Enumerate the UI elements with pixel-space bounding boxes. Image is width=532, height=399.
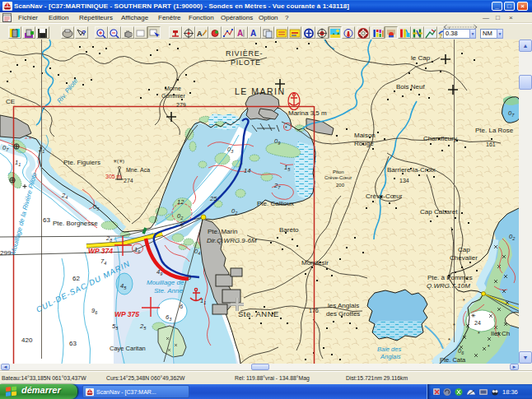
svg-text:63: 63 — [69, 340, 77, 347]
svg-text:Bois Neuf: Bois Neuf — [396, 83, 425, 90]
svg-text:A: A — [237, 29, 243, 38]
svg-text:134: 134 — [399, 178, 409, 183]
svg-text:WP 374: WP 374 — [88, 247, 113, 255]
svg-text:299: 299 — [0, 249, 12, 257]
svg-text:✳(✳): ✳(✳) — [113, 159, 124, 164]
svg-text:Cap: Cap — [458, 246, 470, 253]
svg-text:63: 63 — [43, 216, 50, 224]
svg-text:Baie des: Baie des — [377, 346, 401, 353]
svg-text:305 m: 305 m — [105, 174, 122, 179]
svg-text:Pte. La Rose: Pte. La Rose — [475, 127, 514, 134]
svg-text:Ste. Anne: Ste. Anne — [154, 287, 183, 295]
svg-text:*: * — [463, 298, 465, 304]
svg-text:Morne: Morne — [165, 86, 181, 91]
svg-text:Pte. à Pommes: Pte. à Pommes — [427, 274, 473, 281]
svg-text:Ilet Ch: Ilet Ch — [491, 330, 510, 337]
svg-text:LE MARIN: LE MARIN — [235, 86, 286, 96]
svg-text:Marina 3,5 m: Marina 3,5 m — [288, 109, 327, 117]
svg-text:PILOTE: PILOTE — [231, 58, 261, 67]
svg-text:24: 24 — [474, 320, 481, 326]
svg-text:A: A — [197, 30, 203, 38]
svg-text:12: 12 — [177, 198, 184, 206]
svg-text:Pte. Cata: Pte. Cata — [440, 356, 466, 364]
svg-text:Maison: Maison — [354, 132, 376, 139]
svg-text:420: 420 — [21, 336, 33, 344]
svg-text:Pte. Marin: Pte. Marin — [208, 228, 237, 235]
svg-text:Barriere-la-Croix: Barriere-la-Croix — [387, 166, 436, 174]
svg-text:?: ? — [439, 33, 442, 39]
svg-text:Chevalier: Chevalier — [450, 254, 478, 262]
svg-text:*: * — [453, 322, 455, 328]
svg-text:A: A — [250, 29, 256, 38]
svg-text:Mondésir: Mondésir — [301, 259, 329, 267]
svg-text:Mne. Aca: Mne. Aca — [126, 167, 150, 173]
svg-text:176: 176 — [309, 308, 319, 313]
svg-text:Piton: Piton — [333, 169, 344, 174]
svg-text:le Cap: le Cap — [411, 54, 431, 62]
svg-text:62: 62 — [72, 275, 80, 282]
svg-text:✳: ✳ — [180, 222, 184, 228]
svg-text:Anglais: Anglais — [380, 353, 401, 360]
svg-text:?: ? — [82, 29, 86, 37]
svg-text:*: * — [488, 344, 490, 350]
svg-text:25: 25 — [209, 195, 217, 202]
svg-text:279: 279 — [176, 102, 186, 108]
svg-text:Cap Cabaret: Cap Cabaret — [420, 208, 458, 216]
svg-text:Dir.Q.WRG.9-6M: Dir.Q.WRG.9-6M — [207, 237, 257, 244]
svg-text:161: 161 — [486, 142, 496, 147]
svg-text:RIVIÈRE-: RIVIÈRE- — [226, 49, 263, 58]
svg-text:Baréto: Baréto — [279, 226, 299, 234]
svg-text:Caye Caritan: Caye Caritan — [110, 345, 146, 352]
svg-text:Pte. Callioux: Pte. Callioux — [257, 200, 294, 207]
svg-text:WP 375: WP 375 — [114, 310, 139, 318]
svg-text:*: * — [448, 337, 450, 343]
svg-text:Pte. Borgnesse: Pte. Borgnesse — [53, 220, 98, 227]
svg-text:des Grottes: des Grottes — [326, 310, 360, 318]
svg-text:200: 200 — [336, 183, 345, 188]
svg-text:Chamfleury: Chamfleury — [423, 135, 457, 142]
svg-text:14: 14 — [244, 167, 250, 174]
svg-text:les Anglais: les Anglais — [328, 302, 359, 309]
svg-text:✳: ✳ — [471, 313, 476, 318]
svg-text:Crève-Cœur: Crève-Cœur — [366, 193, 403, 200]
svg-text:Rouge: Rouge — [354, 140, 374, 147]
svg-text:Ste. ANNE: Ste. ANNE — [238, 309, 279, 318]
svg-text:Crève-Cœur: Crève-Cœur — [324, 175, 352, 180]
svg-text:Q.WRG.7-10M: Q.WRG.7-10M — [427, 282, 470, 290]
svg-text:CE: CE — [6, 98, 15, 105]
svg-text:*: * — [478, 331, 480, 336]
svg-text:Pte. Figuiers: Pte. Figuiers — [63, 159, 100, 166]
svg-text:Gommier: Gommier — [161, 93, 185, 99]
svg-text:274: 274 — [124, 178, 133, 183]
svg-text:Mouillage de: Mouillage de — [147, 279, 184, 286]
